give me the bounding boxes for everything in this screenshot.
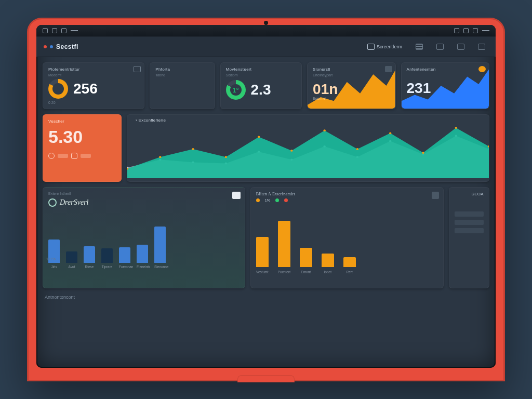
laptop-notch [237, 375, 295, 382]
tray-clock[interactable] [482, 30, 489, 31]
screen: Secstfl Screentferm Plotementristtur Mod… [36, 25, 496, 368]
app-header: Secstfl Screentferm [36, 36, 496, 57]
bars [256, 212, 438, 267]
placeholder-row [455, 220, 484, 225]
more-icon[interactable] [432, 192, 439, 199]
highlight-tile[interactable]: Vescher 5.30 [43, 114, 122, 182]
stat-card-b[interactable]: Phforta Tatino [150, 62, 215, 109]
card-title: Exconflerierie [139, 118, 166, 123]
card-actions [432, 192, 439, 199]
svg-point-19 [356, 148, 358, 150]
nav-menu-button[interactable] [413, 42, 426, 51]
bar-chart-right[interactable]: Bliten A Extcrinamirt 1% VestumtPocntert… [250, 187, 444, 288]
brand-logo[interactable]: Secstfl [44, 43, 78, 50]
card-subtitle: Enclincypart [313, 73, 390, 77]
svg-point-22 [455, 127, 457, 129]
card-title: Movtensteert [226, 67, 297, 72]
bars [48, 211, 240, 263]
card-title: Plotementristtur [48, 67, 139, 72]
donut-chart-icon [48, 79, 68, 99]
menu-icon [416, 44, 423, 50]
nav-primary[interactable]: Screentferm [364, 42, 405, 51]
legend-label: 1% [265, 198, 270, 202]
y-axis-label: 111% [46, 257, 56, 261]
card-footnote: 0 20 [48, 101, 139, 104]
x-axis-labels: VestumtPocntertEmontIooetRert [256, 270, 438, 274]
card-title: Anfentenenten [407, 67, 484, 72]
gauge-icon: 1° [226, 80, 246, 100]
logo-dot-icon [50, 45, 53, 48]
nav-primary-label: Screentferm [377, 44, 402, 49]
area-chart [127, 125, 489, 178]
mid-row: Vescher 5.30 › Exconflerierie [43, 114, 489, 182]
card-value: 5.30 [48, 128, 116, 145]
taskbar-separator [71, 30, 78, 31]
card-title: Vescher [48, 119, 116, 124]
dashboard-content: Plotementristtur Modemt 256 0 20 Phforta… [36, 57, 496, 368]
stat-card-a[interactable]: Plotementristtur Modemt 256 0 20 [43, 62, 144, 109]
card-subtitle: Sistiom [226, 73, 297, 77]
mini-bar-icon [58, 154, 68, 158]
os-taskbar [36, 25, 496, 36]
card-title: Phforta [155, 67, 209, 72]
mini-bar-icon [81, 154, 91, 158]
footer-note: Antnontoncont [43, 294, 489, 303]
svg-point-15 [225, 156, 227, 158]
brand-name: Secstfl [56, 43, 78, 50]
logo-dot-icon [44, 45, 47, 48]
camera-dot [264, 21, 268, 25]
svg-point-21 [422, 152, 424, 154]
side-card[interactable]: SEOA [449, 187, 489, 288]
card-value: 2.3 [251, 83, 271, 97]
card-value: 231 [407, 81, 484, 96]
card-subtitle: Extere Intheril [48, 192, 240, 195]
x-axis-labels: JirisAvutRteseTiprareFoemnanFleneintsSie… [48, 265, 240, 269]
area-chart-card[interactable]: › Exconflerierie [127, 114, 489, 182]
stat-card-d[interactable]: Sionerstl Enclincypart 01n Eosrmet [307, 62, 395, 109]
svg-point-13 [159, 156, 161, 158]
taskbar-app-icon[interactable] [52, 28, 57, 33]
clock-icon [48, 153, 55, 159]
legend-dot-icon [256, 198, 260, 202]
taskbar-app-icon[interactable] [43, 28, 48, 33]
nav-grid-button[interactable] [433, 42, 447, 51]
export-icon[interactable] [232, 192, 241, 199]
card-actions [232, 192, 241, 199]
card-value: 01n [313, 82, 390, 97]
box-icon [71, 153, 77, 159]
document-icon [367, 44, 375, 50]
stat-card-c[interactable]: Movtensteert Sistiom 1° 2.3 [220, 62, 302, 109]
placeholder-row [455, 211, 484, 217]
legend-dot-icon [284, 198, 288, 202]
card-chip: Eosrmet [313, 97, 390, 100]
taskbar-app-icon[interactable] [61, 28, 66, 33]
chart-brand: DrerSverl [60, 198, 88, 207]
nav-grid2-button[interactable] [454, 42, 468, 51]
settings-icon[interactable] [134, 66, 141, 72]
card-title: SEOA [455, 192, 484, 196]
tray-icon[interactable] [473, 28, 478, 33]
bar-chart-left[interactable]: Extere Intheril DrerSverl JirisAvutRtese… [43, 187, 245, 288]
svg-point-16 [258, 136, 260, 138]
bottom-row: Extere Intheril DrerSverl JirisAvutRtese… [43, 187, 489, 288]
svg-point-20 [389, 132, 391, 134]
card-title: Bliten A Extcrinamirt [256, 192, 438, 196]
gauge-label: 1° [226, 80, 246, 100]
window-icon [478, 44, 485, 50]
card-subtitle: Tatino [155, 73, 209, 77]
svg-point-18 [323, 129, 325, 131]
grid-icon [436, 44, 444, 50]
stat-card-e[interactable]: Anfentenenten 231 [401, 62, 489, 109]
placeholder-row [455, 228, 484, 233]
laptop-frame: Secstfl Screentferm Plotementristtur Mod… [27, 18, 505, 381]
legend-dot-icon [275, 198, 279, 202]
brand-globe-icon [48, 198, 57, 207]
nav-window-button[interactable] [475, 42, 488, 51]
stats-row: Plotementristtur Modemt 256 0 20 Phforta… [43, 62, 489, 109]
chart-legend: 1% [256, 198, 438, 202]
tray-icon[interactable] [463, 28, 469, 33]
svg-point-14 [192, 148, 194, 150]
grid2-icon [457, 44, 464, 50]
card-title: Sionerstl [313, 67, 390, 72]
tray-icon[interactable] [454, 28, 459, 33]
